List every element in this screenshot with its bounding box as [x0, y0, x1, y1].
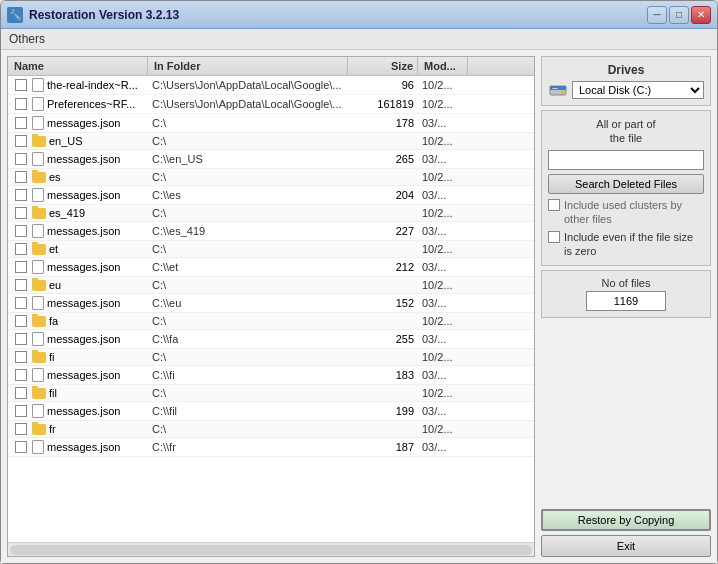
- folder-icon: [32, 388, 46, 399]
- cell-modified: 10/2...: [418, 278, 468, 292]
- table-row[interactable]: messages.json C:\\fa 255 03/...: [8, 330, 534, 349]
- file-icon: [32, 440, 44, 454]
- row-checkbox[interactable]: [15, 315, 27, 327]
- no-of-files-input[interactable]: [586, 291, 666, 311]
- col-header-folder[interactable]: In Folder: [148, 57, 348, 75]
- row-checkbox[interactable]: [15, 117, 27, 129]
- search-deleted-files-button[interactable]: Search Deleted Files: [548, 174, 704, 194]
- row-checkbox[interactable]: [15, 207, 27, 219]
- maximize-button[interactable]: □: [669, 6, 689, 24]
- cell-size: [348, 176, 418, 178]
- cell-size: [348, 284, 418, 286]
- cell-name: messages.json: [8, 403, 148, 419]
- cell-folder: C:\: [148, 206, 348, 220]
- cell-modified: 10/2...: [418, 422, 468, 436]
- col-header-modified[interactable]: Mod...: [418, 57, 468, 75]
- row-checkbox[interactable]: [15, 333, 27, 345]
- row-checkbox[interactable]: [15, 279, 27, 291]
- svg-rect-3: [552, 88, 558, 89]
- row-checkbox[interactable]: [15, 423, 27, 435]
- file-list-body[interactable]: the-real-index~R... C:\Users\Jon\AppData…: [8, 76, 534, 542]
- file-list-panel: Name In Folder Size Mod... the-real-inde…: [7, 56, 535, 557]
- exit-button[interactable]: Exit: [541, 535, 711, 557]
- include-used-clusters-row: Include used clusters by other files: [548, 198, 704, 227]
- file-name: messages.json: [47, 405, 120, 417]
- file-icon: [32, 188, 44, 202]
- cell-folder: C:\: [148, 134, 348, 148]
- file-list-header: Name In Folder Size Mod...: [8, 57, 534, 76]
- horizontal-scrollbar[interactable]: [8, 542, 534, 556]
- cell-name: the-real-index~R...: [8, 77, 148, 93]
- include-zero-label: Include even if the file size is zero: [564, 230, 704, 259]
- cell-modified: 10/2...: [418, 134, 468, 148]
- table-row[interactable]: messages.json C:\\es 204 03/...: [8, 186, 534, 205]
- table-row[interactable]: eu C:\ 10/2...: [8, 277, 534, 294]
- table-row[interactable]: messages.json C:\\et 212 03/...: [8, 258, 534, 277]
- table-row[interactable]: the-real-index~R... C:\Users\Jon\AppData…: [8, 76, 534, 95]
- file-filter-input[interactable]: [548, 150, 704, 170]
- cell-size: [348, 140, 418, 142]
- table-row[interactable]: messages.json C:\ 178 03/...: [8, 114, 534, 133]
- file-icon: [32, 332, 44, 346]
- row-checkbox[interactable]: [15, 153, 27, 165]
- close-button[interactable]: ✕: [691, 6, 711, 24]
- table-row[interactable]: messages.json C:\\fi 183 03/...: [8, 366, 534, 385]
- file-name: es: [49, 171, 61, 183]
- cell-name: fil: [8, 386, 148, 400]
- table-row[interactable]: fr C:\ 10/2...: [8, 421, 534, 438]
- table-row[interactable]: messages.json C:\\es_419 227 03/...: [8, 222, 534, 241]
- table-row[interactable]: es_419 C:\ 10/2...: [8, 205, 534, 222]
- row-checkbox[interactable]: [15, 171, 27, 183]
- row-checkbox[interactable]: [15, 261, 27, 273]
- row-checkbox[interactable]: [15, 98, 27, 110]
- row-checkbox[interactable]: [15, 297, 27, 309]
- row-checkbox[interactable]: [15, 351, 27, 363]
- row-checkbox[interactable]: [15, 441, 27, 453]
- table-row[interactable]: et C:\ 10/2...: [8, 241, 534, 258]
- table-row[interactable]: messages.json C:\\fr 187 03/...: [8, 438, 534, 457]
- table-row[interactable]: messages.json C:\\fil 199 03/...: [8, 402, 534, 421]
- row-checkbox[interactable]: [15, 79, 27, 91]
- col-header-size[interactable]: Size: [348, 57, 418, 75]
- cell-size: 199: [348, 404, 418, 418]
- cell-size: [348, 356, 418, 358]
- cell-name: messages.json: [8, 367, 148, 383]
- row-checkbox[interactable]: [15, 387, 27, 399]
- table-row[interactable]: messages.json C:\\eu 152 03/...: [8, 294, 534, 313]
- file-name: messages.json: [47, 297, 120, 309]
- drive-select[interactable]: Local Disk (C:): [572, 81, 704, 99]
- row-checkbox[interactable]: [15, 369, 27, 381]
- row-checkbox[interactable]: [15, 225, 27, 237]
- cell-folder: C:\: [148, 278, 348, 292]
- include-zero-checkbox[interactable]: [548, 231, 560, 243]
- row-checkbox[interactable]: [15, 189, 27, 201]
- table-row[interactable]: fa C:\ 10/2...: [8, 313, 534, 330]
- cell-modified: 03/...: [418, 260, 468, 274]
- include-used-checkbox[interactable]: [548, 199, 560, 211]
- main-content: Name In Folder Size Mod... the-real-inde…: [1, 50, 717, 563]
- cell-size: [348, 212, 418, 214]
- drive-icon: [548, 82, 568, 98]
- row-checkbox[interactable]: [15, 135, 27, 147]
- folder-icon: [32, 244, 46, 255]
- table-row[interactable]: messages.json C:\\en_US 265 03/...: [8, 150, 534, 169]
- cell-modified: 03/...: [418, 188, 468, 202]
- file-name: the-real-index~R...: [47, 79, 138, 91]
- row-checkbox[interactable]: [15, 243, 27, 255]
- table-row[interactable]: en_US C:\ 10/2...: [8, 133, 534, 150]
- cell-modified: 10/2...: [418, 97, 468, 111]
- table-row[interactable]: Preferences~RF... C:\Users\Jon\AppData\L…: [8, 95, 534, 114]
- minimize-button[interactable]: ─: [647, 6, 667, 24]
- hscroll-track[interactable]: [10, 545, 532, 555]
- file-name: es_419: [49, 207, 85, 219]
- cell-size: 178: [348, 116, 418, 130]
- restore-by-copying-button[interactable]: Restore by Copying: [541, 509, 711, 531]
- table-row[interactable]: es C:\ 10/2...: [8, 169, 534, 186]
- row-checkbox[interactable]: [15, 405, 27, 417]
- cell-name: fr: [8, 422, 148, 436]
- col-header-name[interactable]: Name: [8, 57, 148, 75]
- file-name: Preferences~RF...: [47, 98, 135, 110]
- cell-folder: C:\\fi: [148, 368, 348, 382]
- table-row[interactable]: fil C:\ 10/2...: [8, 385, 534, 402]
- table-row[interactable]: fi C:\ 10/2...: [8, 349, 534, 366]
